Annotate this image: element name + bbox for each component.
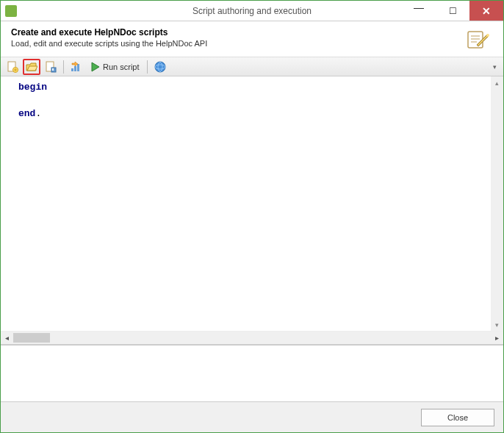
open-script-button[interactable] [23, 59, 40, 75]
svg-rect-9 [52, 68, 54, 71]
close-button[interactable]: Close [421, 409, 494, 426]
svg-rect-11 [74, 66, 76, 71]
footer: Close [1, 401, 503, 432]
svg-rect-10 [71, 68, 73, 71]
svg-point-4 [486, 34, 489, 37]
title-bar: Script authoring and execution — ☐ ✕ [1, 1, 503, 21]
horizontal-scrollbar[interactable]: ◂ ▸ [1, 332, 503, 344]
header-subtitle: Load, edit and execute scripts using the… [11, 39, 207, 48]
scroll-thumb[interactable] [13, 333, 50, 343]
new-script-button[interactable] [4, 59, 21, 75]
scroll-up-icon[interactable]: ▴ [491, 76, 503, 89]
output-panel[interactable] [1, 344, 503, 401]
help-icon [154, 61, 166, 73]
scroll-left-icon[interactable]: ◂ [1, 332, 13, 344]
code-content: begin end. [1, 76, 503, 125]
svg-point-13 [155, 62, 165, 72]
header-text: Create and execute HelpNDoc scripts Load… [11, 27, 207, 48]
keyword-begin: begin [18, 82, 47, 93]
header: Create and execute HelpNDoc scripts Load… [1, 21, 503, 57]
scroll-track[interactable] [13, 332, 491, 344]
new-script-icon [7, 61, 18, 73]
header-title: Create and execute HelpNDoc scripts [11, 27, 207, 37]
run-script-label: Run script [101, 62, 143, 71]
open-script-icon [26, 61, 37, 73]
save-script-button[interactable] [42, 59, 60, 75]
keyword-end: end [18, 108, 35, 119]
save-script-icon [45, 61, 57, 73]
svg-rect-12 [77, 64, 79, 71]
window-controls: — ☐ ✕ [402, 1, 503, 21]
build-button[interactable] [68, 59, 85, 75]
toolbar: Run script ▾ [1, 57, 503, 76]
svg-rect-0 [468, 32, 483, 48]
code-editor[interactable]: begin end. ▴ ▾ [1, 76, 503, 332]
maximize-button[interactable]: ☐ [436, 1, 469, 21]
run-script-button[interactable]: Run script [87, 59, 143, 75]
help-button[interactable] [151, 59, 169, 75]
scroll-right-icon[interactable]: ▸ [491, 332, 503, 344]
script-wand-icon [467, 27, 490, 51]
build-icon [71, 61, 82, 73]
scroll-down-icon[interactable]: ▾ [491, 318, 503, 331]
toolbar-separator [147, 60, 148, 74]
toolbar-separator [63, 60, 64, 74]
close-window-button[interactable]: ✕ [469, 1, 503, 21]
minimize-button[interactable]: — [402, 1, 436, 21]
app-icon [5, 5, 17, 17]
editor-area: begin end. ▴ ▾ ◂ ▸ [1, 76, 503, 401]
vertical-scrollbar[interactable]: ▴ ▾ [491, 76, 503, 331]
toolbar-overflow-button[interactable]: ▾ [489, 59, 500, 75]
run-icon [90, 61, 101, 73]
